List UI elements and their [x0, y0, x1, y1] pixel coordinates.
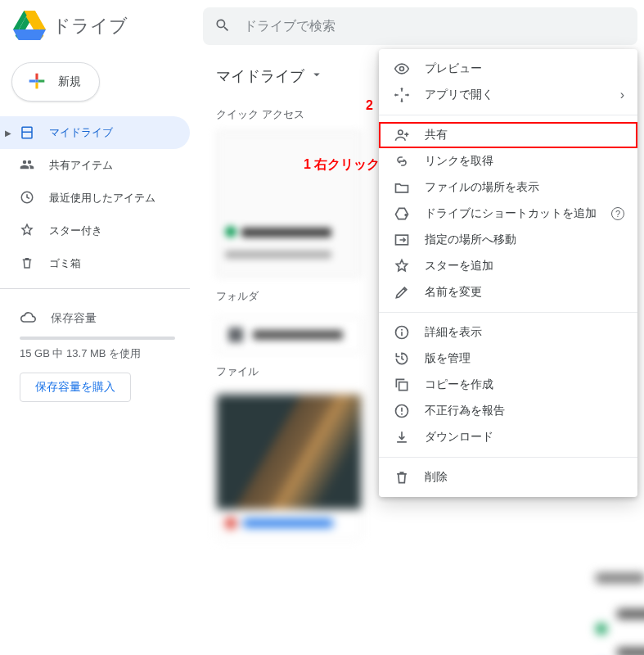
drive-logo-icon [13, 9, 46, 44]
menu-label: コピーを作成 [425, 377, 624, 392]
nav-label: スター付き [49, 224, 102, 238]
nav-label: ゴミ箱 [49, 256, 81, 271]
quick-access-card[interactable] [216, 130, 362, 278]
folder-icon [394, 179, 410, 196]
menu-label: スターを追加 [425, 259, 624, 273]
menu-get-link[interactable]: リンクを取得 [379, 148, 637, 174]
menu-manage-versions[interactable]: 版を管理 [379, 346, 637, 372]
storage-row[interactable]: 保存容量 [20, 302, 190, 335]
eye-icon [394, 61, 410, 77]
nav-label: マイドライブ [49, 125, 113, 140]
divider [0, 288, 190, 289]
search-placeholder: ドライブで検索 [244, 18, 336, 35]
caret-down-icon [309, 66, 324, 86]
menu-label: プレビュー [425, 61, 624, 76]
plus-icon [25, 70, 48, 95]
history-icon [394, 350, 410, 367]
menu-share[interactable]: 共有 [379, 122, 637, 148]
cloud-icon [20, 309, 36, 328]
menu-open-with[interactable]: アプリで開く › [379, 82, 637, 108]
caret-right-icon: ▶ [5, 129, 11, 138]
open-with-icon [394, 87, 410, 103]
menu-label: アプリで開く [425, 88, 620, 102]
drive-shortcut-icon [394, 206, 410, 222]
person-add-icon [394, 127, 410, 143]
brand: ドライブ [0, 9, 203, 44]
pencil-icon [394, 284, 410, 300]
trash-icon [394, 469, 410, 486]
file-item[interactable] [216, 394, 362, 540]
menu-label: ファイルの場所を表示 [425, 180, 624, 195]
link-icon [394, 153, 410, 169]
blurred-content [596, 560, 644, 655]
menu-move-to[interactable]: 指定の場所へ移動 [379, 227, 637, 253]
nav-list: ▶ マイドライブ 共有アイテム 最近使用したアイテム [0, 116, 190, 280]
svg-rect-17 [399, 382, 408, 391]
breadcrumb-label: マイドライブ [216, 66, 304, 86]
copy-icon [394, 377, 410, 393]
svg-point-16 [401, 329, 403, 331]
menu-rename[interactable]: 名前を変更 [379, 279, 637, 305]
nav-my-drive[interactable]: ▶ マイドライブ [0, 116, 190, 149]
menu-separator [379, 312, 637, 313]
storage-usage: 15 GB 中 13.7 MB を使用 [20, 346, 190, 361]
trash-icon [20, 255, 34, 273]
storage-section: 保存容量 15 GB 中 13.7 MB を使用 保存容量を購入 [0, 297, 190, 402]
svg-point-6 [24, 135, 25, 137]
menu-separator [379, 457, 637, 458]
svg-marker-2 [13, 29, 46, 40]
star-icon [394, 258, 410, 274]
nav-trash[interactable]: ゴミ箱 [0, 247, 190, 280]
folder-item[interactable] [216, 317, 362, 353]
brand-title: ドライブ [52, 14, 128, 38]
search-icon [214, 17, 231, 36]
svg-point-13 [399, 130, 403, 134]
sidebar: 新規 ▶ マイドライブ 共有アイテム 最近使用したアイテム [0, 52, 203, 655]
menu-add-star[interactable]: スターを追加 [379, 253, 637, 279]
svg-point-8 [400, 67, 404, 71]
search-box[interactable]: ドライブで検索 [203, 7, 637, 45]
menu-label: ドライブにショートカットを追加 [425, 206, 613, 221]
context-menu: プレビュー アプリで開く › 共有 リンクを取得 ファイルの場所を表示 ドライブ… [379, 49, 637, 497]
storage-label: 保存容量 [51, 311, 97, 326]
my-drive-icon [20, 125, 34, 140]
chevron-right-icon: › [620, 88, 624, 102]
star-icon [20, 223, 34, 240]
shared-icon [20, 157, 34, 174]
header: ドライブ ドライブで検索 [0, 0, 644, 52]
menu-label: 名前を変更 [425, 285, 624, 300]
nav-label: 共有アイテム [49, 158, 113, 173]
menu-label: ダウンロード [425, 430, 624, 445]
new-button[interactable]: 新規 [11, 62, 100, 102]
menu-label: 不正行為を報告 [425, 404, 624, 418]
move-icon [394, 232, 410, 248]
menu-add-shortcut[interactable]: ドライブにショートカットを追加 ? [379, 201, 637, 227]
storage-bar [20, 337, 175, 340]
nav-recent[interactable]: 最近使用したアイテム [0, 182, 190, 215]
nav-shared[interactable]: 共有アイテム [0, 149, 190, 182]
menu-preview[interactable]: プレビュー [379, 56, 637, 82]
new-button-label: 新規 [58, 75, 81, 89]
report-icon [394, 403, 410, 419]
svg-point-19 [401, 413, 403, 415]
menu-make-copy[interactable]: コピーを作成 [379, 372, 637, 398]
menu-separator [379, 115, 637, 115]
menu-show-location[interactable]: ファイルの場所を表示 [379, 174, 637, 201]
help-icon[interactable]: ? [611, 207, 624, 220]
menu-label: 版を管理 [425, 351, 624, 366]
menu-details[interactable]: 詳細を表示 [379, 319, 637, 346]
svg-rect-5 [35, 79, 38, 82]
download-icon [394, 429, 410, 445]
menu-label: 共有 [425, 128, 624, 142]
menu-label: 指定の場所へ移動 [425, 233, 624, 247]
info-icon [394, 324, 410, 341]
menu-download[interactable]: ダウンロード [379, 424, 637, 450]
menu-label: 削除 [425, 470, 624, 485]
menu-label: 詳細を表示 [425, 325, 624, 340]
menu-remove[interactable]: 削除 [379, 464, 637, 490]
nav-label: 最近使用したアイテム [49, 191, 155, 206]
menu-report-abuse[interactable]: 不正行為を報告 [379, 398, 637, 424]
nav-starred[interactable]: スター付き [0, 215, 190, 247]
buy-storage-button[interactable]: 保存容量を購入 [20, 373, 131, 402]
menu-label: リンクを取得 [425, 154, 624, 169]
